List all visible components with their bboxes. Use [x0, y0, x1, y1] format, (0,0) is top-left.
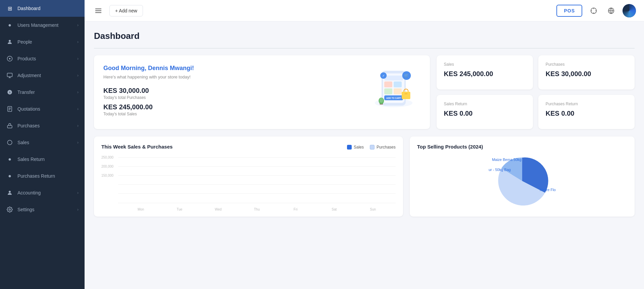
welcome-purchases-label: Today's total Purchases [103, 95, 363, 100]
sidebar-item-accounting[interactable]: Accounting › [0, 184, 85, 201]
svg-point-0 [9, 40, 11, 42]
welcome-card: Good Morning, Dennis Mwangi! Here's what… [94, 55, 430, 129]
chevron-right-icon: › [77, 140, 79, 145]
stats-column: Sales KES 245,000.00 Purchases KES 30,00… [437, 55, 635, 129]
welcome-illustration: ADD TO CART 🛒 ✓ [367, 65, 420, 112]
transfer-icon: $ [6, 89, 13, 96]
chevron-right-icon: › [77, 90, 79, 95]
sidebar-item-label: Sales Return [17, 157, 45, 162]
sidebar-item-products[interactable]: Products › [0, 50, 85, 67]
stat-purchases-return-label: Purchases Return [546, 102, 627, 106]
sidebar-item-sales[interactable]: Sales › [0, 134, 85, 151]
stat-card-purchases-return: Purchases Return KES 0.00 [538, 95, 635, 129]
sidebar-item-sales-return[interactable]: ● Sales Return [0, 151, 85, 168]
grid-label-150: 150,000 [101, 173, 113, 177]
hamburger-button[interactable] [93, 5, 104, 16]
accounting-icon [6, 189, 13, 196]
bar-chart-card: This Week Sales & Purchases Sales Purcha… [94, 136, 403, 217]
globe-button[interactable] [605, 5, 617, 17]
products-icon [6, 55, 13, 62]
sidebar-item-people[interactable]: People › [0, 34, 85, 50]
x-label-wed: Wed [199, 208, 238, 211]
sales-legend-dot [347, 145, 352, 150]
sidebar-item-dashboard[interactable]: ⊞ Dashboard [0, 0, 85, 17]
stat-card-sales-return: Sales Return KES 0.00 [437, 95, 533, 129]
svg-rect-27 [384, 81, 392, 88]
welcome-purchases-value: KES 30,000.00 [103, 87, 363, 95]
svg-text:✓: ✓ [382, 74, 385, 77]
stat-sales-return-value: KES 0.00 [444, 110, 526, 117]
svg-point-41 [379, 98, 383, 102]
chevron-right-icon: › [77, 107, 79, 111]
sidebar-item-adjustment[interactable]: Adjustment › [0, 67, 85, 84]
pie-label-2: ur - 50kg Bag [489, 168, 511, 172]
sidebar-item-transfer[interactable]: $ Transfer › [0, 84, 85, 101]
welcome-sales-stat: KES 245,000.00 Today's total Sales [103, 103, 363, 116]
svg-point-10 [7, 140, 12, 145]
purchases-legend-dot [370, 145, 375, 150]
crosshair-button[interactable] [588, 5, 600, 17]
sidebar-item-label: Dashboard [17, 6, 41, 11]
svg-rect-30 [394, 88, 402, 94]
title-divider [94, 48, 635, 49]
sidebar-item-label: Accounting [17, 190, 41, 195]
pos-button[interactable]: POS [556, 5, 582, 17]
chevron-right-icon: › [77, 207, 79, 212]
sidebar-item-settings[interactable]: Settings › [0, 201, 85, 218]
svg-rect-2 [7, 73, 12, 77]
sidebar-item-label: Sales [17, 140, 29, 145]
page-title: Dashboard [94, 31, 635, 41]
sidebar-item-label: Quotations [17, 106, 40, 112]
legend-purchases-label: Purchases [377, 145, 396, 150]
quotations-icon [6, 105, 13, 113]
stat-purchases-return-value: KES 0.00 [546, 110, 627, 117]
purchases-return-icon: ● [6, 172, 13, 180]
sidebar-item-label: Users Management [17, 22, 58, 28]
sales-return-icon: ● [6, 156, 13, 163]
sidebar-item-purchases-return[interactable]: ● Purchases Return [0, 168, 85, 184]
x-label-tue: Tue [160, 208, 199, 211]
stat-sales-return-label: Sales Return [444, 102, 526, 106]
sidebar-item-purchases[interactable]: Purchases › [0, 117, 85, 134]
sidebar: ⊞ Dashboard ● Users Management › People … [0, 0, 85, 289]
legend-sales-label: Sales [354, 145, 364, 150]
sidebar-item-label: Settings [17, 207, 35, 212]
bars-container [118, 158, 396, 203]
x-label-sat: Sat [315, 208, 353, 211]
stat-card-sales: Sales KES 245,000.00 [437, 55, 533, 90]
x-label-sun: Sun [354, 208, 392, 211]
stat-purchases-label: Purchases [546, 62, 627, 67]
svg-point-11 [9, 191, 11, 193]
grid-label-250: 250,000 [101, 155, 113, 159]
topbar-right: POS [556, 4, 636, 17]
stat-card-purchases: Purchases KES 30,000.00 [538, 55, 635, 90]
bar-chart-area: 250,000 200,000 150,000 [101, 158, 396, 211]
cards-row: Good Morning, Dennis Mwangi! Here's what… [94, 55, 635, 129]
chevron-right-icon: › [77, 73, 79, 78]
sidebar-item-label: Purchases Return [17, 173, 55, 179]
chevron-right-icon: › [77, 123, 79, 128]
sidebar-item-label: Adjustment [17, 73, 41, 78]
svg-rect-28 [394, 81, 402, 88]
svg-point-1 [9, 58, 11, 60]
avatar-image [623, 4, 636, 17]
pie-label-3: Maize Flo [540, 188, 556, 192]
legend-purchases: Purchases [370, 145, 396, 150]
charts-row: This Week Sales & Purchases Sales Purcha… [94, 136, 635, 217]
sidebar-item-users-management[interactable]: ● Users Management › [0, 17, 85, 34]
x-label-fri: Fri [276, 208, 315, 211]
chevron-right-icon: › [77, 23, 79, 27]
svg-text:🛒: 🛒 [404, 73, 409, 78]
bar-legend: Sales Purchases [347, 145, 396, 150]
sidebar-item-quotations[interactable]: Quotations › [0, 101, 85, 117]
x-label-thu: Thu [238, 208, 276, 211]
add-new-button[interactable]: + Add new [109, 5, 143, 16]
adjustment-icon [6, 72, 13, 79]
svg-point-12 [9, 209, 11, 211]
purchases-icon [6, 122, 13, 129]
pos-label: POS [564, 8, 575, 13]
svg-text:ADD TO CART: ADD TO CART [386, 97, 401, 99]
pie-container: Maize Bema 50kg ur - 50kg Bag Maize Flo [417, 154, 627, 208]
legend-sales: Sales [347, 145, 364, 150]
avatar[interactable] [623, 4, 636, 17]
